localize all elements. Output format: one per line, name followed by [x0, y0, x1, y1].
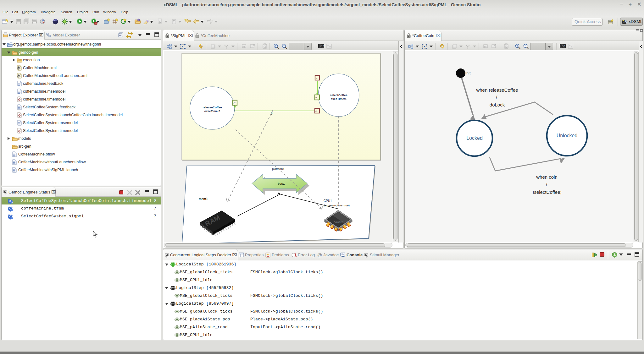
svg-text:Locked: Locked: [466, 135, 483, 141]
svg-text:CPU1: CPU1: [324, 199, 332, 203]
svg-text:selectCoffee: selectCoffee: [330, 94, 347, 97]
svg-text:Unlocked: Unlocked: [557, 133, 578, 138]
svg-text:pA..: pA..: [315, 110, 318, 112]
svg-text:/: /: [546, 182, 547, 187]
svg-text:!selectCoffee;: !selectCoffee;: [533, 189, 561, 195]
svg-text:when releaseCoffee: when releaseCoffee: [476, 87, 518, 93]
svg-text:when coin: when coin: [536, 174, 558, 180]
svg-text:pA.In: pA.In: [233, 102, 236, 104]
svg-text:(is preemptive=true): (is preemptive=true): [324, 204, 350, 207]
svg-text:execTime:1: execTime:1: [331, 97, 347, 101]
svg-text:/: /: [496, 95, 497, 100]
svg-text:execTime:3: execTime:3: [204, 110, 220, 113]
svg-text:pA..: pA..: [315, 97, 318, 98]
svg-text:1: 1: [319, 87, 320, 90]
svg-text:ATOMIC: ATOMIC: [334, 221, 343, 224]
svg-text:doLock: doLock: [490, 102, 505, 107]
svg-text:pA..: pA..: [316, 78, 318, 79]
svg-text:bus1: bus1: [278, 182, 285, 185]
svg-text:init: init: [465, 71, 471, 75]
svg-text:mem1: mem1: [199, 197, 208, 201]
svg-text:releaseCoffee: releaseCoffee: [203, 106, 222, 109]
